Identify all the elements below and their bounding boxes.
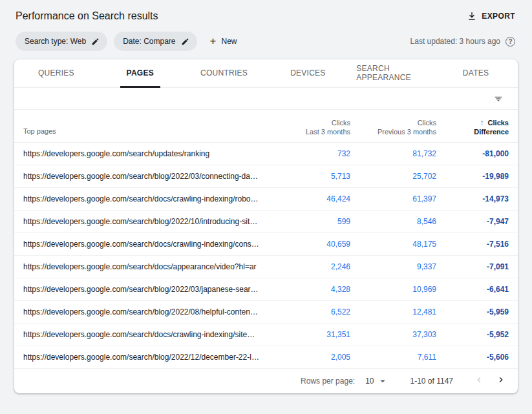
table-row[interactable]: https://developers.google.com/search/blo… — [14, 301, 518, 324]
clicks-previous-value: 12,481 — [350, 307, 436, 316]
table-row[interactable]: https://developers.google.com/search/blo… — [14, 211, 518, 233]
clicks-difference-value: -19,989 — [436, 172, 509, 181]
rows-per-page-value: 10 — [365, 377, 374, 386]
tab-devices-label: DEVICES — [284, 59, 332, 88]
dimension-tabs: QUERIES PAGES COUNTRIES DEVICES SEARCH A… — [14, 59, 518, 88]
table-row[interactable]: https://developers.google.com/search/blo… — [14, 278, 518, 301]
clicks-difference-value: -5,952 — [436, 330, 509, 339]
tab-dates[interactable]: DATES — [434, 59, 518, 87]
date-compare-chip[interactable]: Date: Compare — [114, 32, 197, 51]
clicks-last-value: 31,351 — [266, 330, 350, 339]
clicks-last-value: 5,713 — [266, 172, 350, 181]
filter-table-button[interactable] — [491, 91, 506, 107]
column-header-top-pages[interactable]: Top pages — [23, 127, 266, 136]
previous-page-button[interactable] — [473, 373, 485, 388]
clicks-prev-line2: Previous 3 months — [378, 127, 436, 136]
clicks-difference-value: -7,091 — [436, 262, 509, 271]
clicks-last-value: 40,659 — [266, 240, 350, 249]
page-header: Performance on Search results EXPORT — [0, 0, 532, 28]
page-title: Performance on Search results — [16, 10, 158, 22]
clicks-previous-value: 48,175 — [350, 240, 436, 249]
clicks-previous-value: 37,303 — [350, 330, 436, 339]
tab-countries-label: COUNTRIES — [194, 59, 254, 88]
clicks-last-line2: Last 3 months — [306, 127, 350, 136]
clicks-last-value: 4,328 — [266, 285, 350, 294]
clicks-previous-value: 10,969 — [350, 285, 436, 294]
clicks-difference-value: -5,959 — [436, 307, 509, 316]
column-header-clicks-previous[interactable]: Clicks Previous 3 months — [350, 118, 436, 136]
clicks-previous-value: 8,546 — [350, 217, 436, 226]
export-button[interactable]: EXPORT — [467, 11, 515, 21]
export-label: EXPORT — [482, 12, 515, 21]
tab-countries[interactable]: COUNTRIES — [182, 59, 266, 87]
edit-pencil-icon — [91, 37, 100, 46]
clicks-previous-value: 25,702 — [350, 172, 436, 181]
search-type-chip-label: Search type: Web — [25, 37, 86, 46]
clicks-difference-value: -7,947 — [436, 217, 509, 226]
page-url: https://developers.google.com/search/blo… — [23, 217, 266, 226]
new-filter-button[interactable]: + New — [210, 36, 237, 47]
clicks-last-value: 46,424 — [266, 194, 350, 203]
last-updated-text: Last updated: 3 hours ago — [410, 37, 500, 46]
edit-pencil-icon — [181, 37, 189, 46]
table-row[interactable]: https://developers.google.com/search/doc… — [14, 233, 518, 256]
page-url: https://developers.google.com/search/doc… — [23, 262, 266, 271]
page-url: https://developers.google.com/search/doc… — [23, 330, 266, 339]
clicks-last-value: 2,005 — [266, 353, 350, 362]
page-url: https://developers.google.com/search/blo… — [23, 307, 266, 316]
page-url: https://developers.google.com/search/blo… — [23, 172, 266, 181]
filter-bar: Search type: Web Date: Compare + New Las… — [0, 28, 532, 59]
page-url: https://developers.google.com/search/doc… — [23, 194, 266, 203]
chevron-right-icon — [496, 375, 506, 387]
date-compare-chip-label: Date: Compare — [123, 37, 175, 46]
performance-table-card: QUERIES PAGES COUNTRIES DEVICES SEARCH A… — [14, 59, 518, 393]
clicks-last-value: 6,522 — [266, 307, 350, 316]
clicks-difference-value: -6,641 — [436, 285, 509, 294]
table-header-row: Top pages Clicks Last 3 months Clicks Pr… — [14, 110, 518, 143]
page-url: https://developers.google.com/search/doc… — [23, 240, 266, 249]
clicks-difference-value: -81,000 — [436, 149, 509, 158]
tab-search-appearance[interactable]: SEARCH APPEARANCE — [350, 59, 434, 87]
clicks-last-line1: Clicks — [332, 118, 350, 127]
tab-search-appearance-label: SEARCH APPEARANCE — [350, 59, 434, 88]
table-body: https://developers.google.com/search/upd… — [14, 143, 518, 369]
clicks-difference-value: -7,516 — [436, 240, 509, 249]
clicks-last-value: 732 — [266, 149, 350, 158]
rows-per-page-label: Rows per page: — [301, 377, 355, 386]
sort-ascending-icon[interactable]: ↑ — [480, 118, 484, 127]
clicks-diff-line2: Difference — [474, 127, 509, 136]
tab-devices[interactable]: DEVICES — [266, 59, 350, 87]
dropdown-caret-icon — [377, 375, 388, 387]
clicks-previous-value: 9,337 — [350, 262, 436, 271]
clicks-difference-value: -14,973 — [436, 194, 509, 203]
tab-pages[interactable]: PAGES — [98, 59, 182, 87]
table-row[interactable]: https://developers.google.com/search/blo… — [14, 165, 518, 188]
column-header-clicks-difference[interactable]: ↑ Clicks Difference — [436, 118, 509, 136]
tab-queries[interactable]: QUERIES — [14, 59, 98, 87]
tab-pages-label: PAGES — [120, 59, 160, 88]
table-toolbar — [14, 88, 518, 110]
clicks-diff-line1: Clicks — [488, 118, 509, 127]
tab-dates-label: DATES — [456, 59, 495, 88]
help-icon[interactable]: ? — [505, 37, 515, 47]
clicks-previous-value: 7,611 — [350, 353, 436, 362]
search-type-chip[interactable]: Search type: Web — [16, 32, 107, 51]
table-row[interactable]: https://developers.google.com/search/blo… — [14, 346, 518, 369]
clicks-previous-value: 61,397 — [350, 194, 436, 203]
clicks-difference-value: -5,606 — [436, 353, 509, 362]
clicks-last-value: 2,246 — [266, 262, 350, 271]
column-header-clicks-last[interactable]: Clicks Last 3 months — [266, 118, 350, 136]
page-url: https://developers.google.com/search/blo… — [23, 353, 266, 362]
rows-per-page-select[interactable]: Rows per page: 10 — [301, 375, 388, 387]
table-row[interactable]: https://developers.google.com/search/doc… — [14, 324, 518, 346]
page-url: https://developers.google.com/search/upd… — [23, 149, 266, 158]
tab-queries-label: QUERIES — [32, 59, 81, 88]
new-filter-label: New — [221, 37, 237, 46]
chevron-left-icon — [474, 375, 484, 387]
clicks-last-value: 599 — [266, 217, 350, 226]
table-row[interactable]: https://developers.google.com/search/upd… — [14, 143, 518, 165]
table-row[interactable]: https://developers.google.com/search/doc… — [14, 256, 518, 278]
next-page-button[interactable] — [495, 373, 507, 388]
table-row[interactable]: https://developers.google.com/search/doc… — [14, 188, 518, 211]
download-icon — [467, 11, 477, 21]
